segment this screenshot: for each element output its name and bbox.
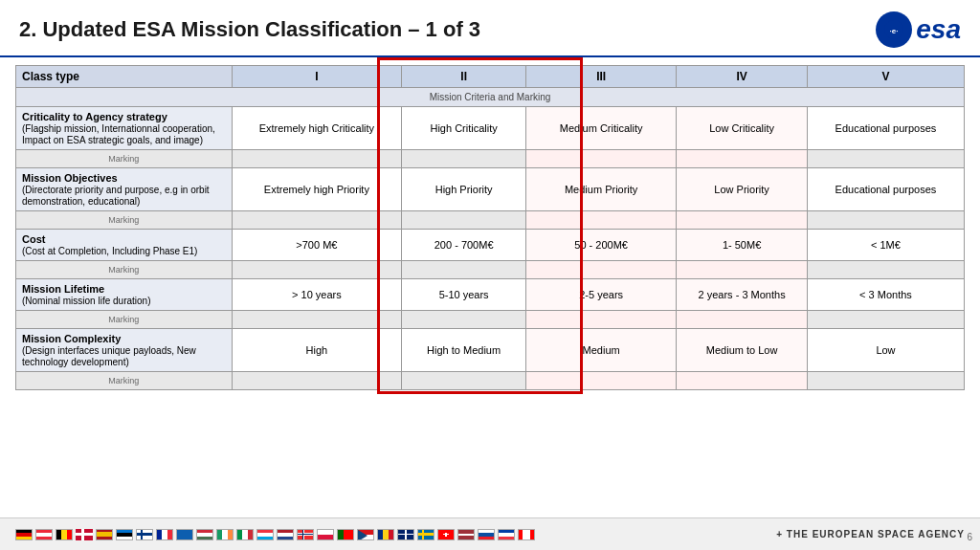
table-row: Mission Criteria and Marking xyxy=(16,88,965,107)
row-objectives-label: Mission Objectives (Directorate priority… xyxy=(16,168,233,211)
flags-container xyxy=(15,529,535,540)
flag-fr xyxy=(156,529,173,540)
col-header-v: V xyxy=(807,66,964,88)
cell-cost-ii: 200 - 700M€ xyxy=(402,230,526,261)
marking-row: Marking xyxy=(16,211,965,230)
cell-objectives-ii: High Priority xyxy=(402,168,526,211)
flag-ee xyxy=(116,529,133,540)
marking-cell xyxy=(402,150,526,168)
classification-table: Class type I II III IV V Mission Criteri… xyxy=(15,65,965,390)
marking-cell xyxy=(402,261,526,279)
cell-cost-v: < 1M€ xyxy=(807,230,964,261)
cell-complexity-ii: High to Medium xyxy=(402,329,526,372)
marking-cell xyxy=(526,372,677,390)
flag-lv xyxy=(457,529,475,540)
flag-pl xyxy=(317,529,334,540)
row-criticality-label: Criticality to Agency strategy (Flagship… xyxy=(16,107,233,150)
flag-ca xyxy=(518,529,535,540)
marking-cell xyxy=(807,311,964,329)
marking-row: Marking xyxy=(16,372,965,390)
cell-objectives-iv: Low Priority xyxy=(677,168,808,211)
marking-cell xyxy=(807,261,964,279)
marking-cell xyxy=(232,211,402,230)
footer-agency-text: + THE EUROPEAN SPACE AGENCY xyxy=(776,529,965,539)
cell-criticality-ii: High Criticality xyxy=(402,107,526,150)
flag-ie xyxy=(216,529,234,540)
col-header-i: I xyxy=(232,66,402,88)
cell-complexity-iv: Medium to Low xyxy=(677,329,808,372)
col-header-iii: III xyxy=(526,66,677,88)
marking-cell xyxy=(526,261,677,279)
marking-cell xyxy=(807,372,964,390)
cell-lifetime-v: < 3 Months xyxy=(807,279,964,311)
flag-gb xyxy=(397,529,414,540)
marking-cell xyxy=(526,311,677,329)
esa-logo-circle: ·e· xyxy=(876,11,912,48)
marking-label-4: Marking xyxy=(16,311,233,329)
row-lifetime-label: Mission Lifetime (Nominal mission life d… xyxy=(16,279,233,311)
flag-si xyxy=(498,529,515,540)
cell-complexity-v: Low xyxy=(807,329,964,372)
row-complexity-label: Mission Complexity (Design interfaces un… xyxy=(16,329,233,372)
col-header-ii: II xyxy=(402,66,526,88)
cell-objectives-v: Educational purposes xyxy=(807,168,964,211)
table-row: Mission Complexity (Design interfaces un… xyxy=(16,329,965,372)
marking-cell xyxy=(526,150,677,168)
flag-it xyxy=(236,529,254,540)
marking-label-1: Marking xyxy=(16,150,233,168)
cell-cost-iii: 50 - 200M€ xyxy=(526,230,677,261)
marking-cell xyxy=(677,150,808,168)
row-cost-label: Cost (Cost at Completion, Including Phas… xyxy=(16,230,233,261)
marking-row: Marking xyxy=(16,261,965,279)
page-title: 2. Updated ESA Mission Classification – … xyxy=(19,17,480,42)
flag-fi xyxy=(136,529,153,540)
marking-cell xyxy=(402,311,526,329)
marking-label-3: Marking xyxy=(16,261,233,279)
marking-cell xyxy=(677,211,808,230)
col-header-class: Class type xyxy=(16,66,233,88)
table-row: Mission Lifetime (Nominal mission life d… xyxy=(16,279,965,311)
marking-cell xyxy=(807,150,964,168)
marking-row: Marking xyxy=(16,150,965,168)
flag-no xyxy=(297,529,314,540)
esa-logo: ·e· esa xyxy=(876,11,961,48)
flag-be xyxy=(56,529,73,540)
cell-objectives-iii: Medium Priority xyxy=(526,168,677,211)
cell-complexity-i: High xyxy=(232,329,402,372)
flag-hu xyxy=(196,529,213,540)
flag-at xyxy=(35,529,53,540)
marking-cell xyxy=(526,211,677,230)
marking-cell xyxy=(402,211,526,230)
marking-cell xyxy=(807,211,964,230)
cell-criticality-i: Extremely high Criticality xyxy=(232,107,402,150)
flag-de xyxy=(15,529,33,540)
cell-complexity-iii: Medium xyxy=(526,329,677,372)
table-row: Criticality to Agency strategy (Flagship… xyxy=(16,107,965,150)
flag-ch xyxy=(437,529,455,540)
flag-lu xyxy=(256,529,274,540)
marking-cell xyxy=(232,311,402,329)
cell-cost-iv: 1- 50M€ xyxy=(677,230,808,261)
cell-criticality-iii: Medium Criticality xyxy=(526,107,677,150)
esa-text: esa xyxy=(916,14,961,45)
cell-criticality-v: Educational purposes xyxy=(807,107,964,150)
cell-lifetime-iv: 2 years - 3 Months xyxy=(677,279,808,311)
page-header: 2. Updated ESA Mission Classification – … xyxy=(0,0,980,57)
cell-lifetime-iii: 2-5 years xyxy=(526,279,677,311)
marking-cell xyxy=(677,372,808,390)
main-content: Class type I II III IV V Mission Criteri… xyxy=(0,57,980,394)
marking-label-2: Marking xyxy=(16,211,233,230)
marking-cell xyxy=(232,150,402,168)
flag-es xyxy=(96,529,113,540)
marking-row: Marking xyxy=(16,311,965,329)
flag-nl xyxy=(277,529,294,540)
cell-lifetime-ii: 5-10 years xyxy=(402,279,526,311)
marking-cell xyxy=(232,372,402,390)
cell-criticality-iv: Low Criticality xyxy=(677,107,808,150)
svg-text:·e·: ·e· xyxy=(890,27,899,35)
cell-lifetime-i: > 10 years xyxy=(232,279,402,311)
flag-gr xyxy=(176,529,193,540)
page-number: 6 xyxy=(967,532,972,542)
col-header-iv: IV xyxy=(677,66,808,88)
table-row: Mission Objectives (Directorate priority… xyxy=(16,168,965,211)
